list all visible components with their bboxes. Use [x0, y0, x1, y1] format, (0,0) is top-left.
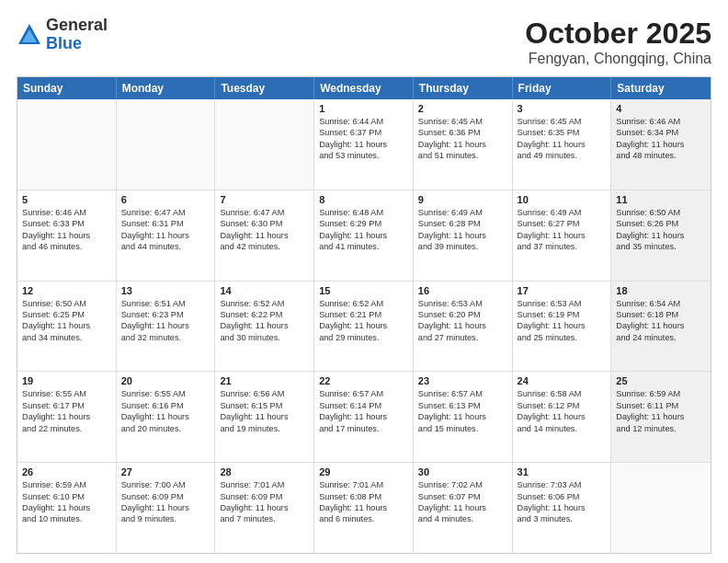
- day-number: 20: [121, 375, 210, 386]
- day-info: Sunrise: 6:58 AMSunset: 6:12 PMDaylight:…: [518, 388, 607, 434]
- logo: General Blue: [17, 17, 108, 53]
- calendar-row: 5Sunrise: 6:46 AMSunset: 6:33 PMDaylight…: [17, 190, 711, 282]
- day-number: 18: [616, 285, 706, 296]
- day-info: Sunrise: 6:55 AMSunset: 6:16 PMDaylight:…: [121, 388, 210, 434]
- calendar-cell: 23Sunrise: 6:57 AMSunset: 6:13 PMDayligh…: [414, 372, 513, 462]
- month-title: October 2025: [525, 17, 711, 51]
- calendar-cell: 22Sunrise: 6:57 AMSunset: 6:14 PMDayligh…: [314, 372, 414, 462]
- calendar-cell: [611, 463, 711, 553]
- day-info: Sunrise: 7:01 AMSunset: 6:09 PMDaylight:…: [220, 479, 309, 525]
- page: General Blue October 2025 Fengyan, Chong…: [0, 0, 728, 563]
- day-info: Sunrise: 6:47 AMSunset: 6:31 PMDaylight:…: [121, 207, 210, 253]
- calendar-cell: 11Sunrise: 6:50 AMSunset: 6:26 PMDayligh…: [611, 190, 711, 281]
- day-info: Sunrise: 6:50 AMSunset: 6:25 PMDaylight:…: [22, 298, 111, 344]
- day-info: Sunrise: 6:52 AMSunset: 6:22 PMDaylight:…: [220, 298, 309, 344]
- day-number: 2: [418, 103, 507, 114]
- day-info: Sunrise: 7:03 AMSunset: 6:06 PMDaylight:…: [518, 479, 607, 525]
- day-number: 4: [616, 103, 706, 114]
- day-info: Sunrise: 6:54 AMSunset: 6:18 PMDaylight:…: [616, 298, 706, 344]
- weekday-header: Tuesday: [215, 77, 314, 99]
- calendar-cell: [117, 99, 216, 190]
- logo-general: General: [46, 17, 108, 35]
- header: General Blue October 2025 Fengyan, Chong…: [17, 17, 711, 67]
- day-info: Sunrise: 6:59 AMSunset: 6:10 PMDaylight:…: [22, 479, 111, 525]
- calendar-cell: 28Sunrise: 7:01 AMSunset: 6:09 PMDayligh…: [215, 463, 314, 553]
- calendar-cell: 19Sunrise: 6:55 AMSunset: 6:17 PMDayligh…: [17, 372, 117, 462]
- day-number: 28: [220, 466, 309, 477]
- day-info: Sunrise: 6:49 AMSunset: 6:27 PMDaylight:…: [518, 207, 607, 253]
- calendar-cell: 29Sunrise: 7:01 AMSunset: 6:08 PMDayligh…: [314, 463, 414, 553]
- day-info: Sunrise: 6:46 AMSunset: 6:34 PMDaylight:…: [616, 116, 706, 162]
- day-info: Sunrise: 6:50 AMSunset: 6:26 PMDaylight:…: [616, 207, 706, 253]
- day-number: 29: [319, 466, 408, 477]
- logo-icon: [17, 22, 42, 48]
- calendar-cell: 31Sunrise: 7:03 AMSunset: 6:06 PMDayligh…: [513, 463, 612, 553]
- day-number: 21: [220, 375, 309, 386]
- calendar-cell: 7Sunrise: 6:47 AMSunset: 6:30 PMDaylight…: [215, 190, 314, 281]
- day-info: Sunrise: 6:45 AMSunset: 6:35 PMDaylight:…: [518, 116, 607, 162]
- day-info: Sunrise: 6:45 AMSunset: 6:36 PMDaylight:…: [418, 116, 507, 162]
- weekday-header: Friday: [513, 77, 612, 99]
- day-info: Sunrise: 6:53 AMSunset: 6:20 PMDaylight:…: [418, 298, 507, 344]
- day-info: Sunrise: 6:56 AMSunset: 6:15 PMDaylight:…: [220, 388, 309, 434]
- day-info: Sunrise: 7:02 AMSunset: 6:07 PMDaylight:…: [418, 479, 507, 525]
- calendar-cell: 26Sunrise: 6:59 AMSunset: 6:10 PMDayligh…: [17, 463, 117, 553]
- day-number: 3: [518, 103, 607, 114]
- calendar-cell: 2Sunrise: 6:45 AMSunset: 6:36 PMDaylight…: [414, 99, 513, 190]
- day-number: 14: [220, 285, 309, 296]
- calendar-cell: 30Sunrise: 7:02 AMSunset: 6:07 PMDayligh…: [414, 463, 513, 553]
- calendar-cell: 10Sunrise: 6:49 AMSunset: 6:27 PMDayligh…: [513, 190, 612, 281]
- calendar-cell: 15Sunrise: 6:52 AMSunset: 6:21 PMDayligh…: [314, 282, 414, 372]
- calendar-row: 19Sunrise: 6:55 AMSunset: 6:17 PMDayligh…: [17, 372, 711, 463]
- calendar-cell: [215, 99, 314, 190]
- calendar-cell: 20Sunrise: 6:55 AMSunset: 6:16 PMDayligh…: [117, 372, 216, 462]
- calendar-cell: 27Sunrise: 7:00 AMSunset: 6:09 PMDayligh…: [117, 463, 216, 553]
- calendar-header: SundayMondayTuesdayWednesdayThursdayFrid…: [17, 77, 711, 99]
- day-info: Sunrise: 6:49 AMSunset: 6:28 PMDaylight:…: [418, 207, 507, 253]
- title-block: October 2025 Fengyan, Chongqing, China: [525, 17, 711, 67]
- calendar-row: 26Sunrise: 6:59 AMSunset: 6:10 PMDayligh…: [17, 463, 711, 553]
- calendar-cell: 13Sunrise: 6:51 AMSunset: 6:23 PMDayligh…: [117, 282, 216, 372]
- day-number: 19: [22, 375, 111, 386]
- calendar-cell: 1Sunrise: 6:44 AMSunset: 6:37 PMDaylight…: [314, 99, 414, 190]
- calendar-cell: 3Sunrise: 6:45 AMSunset: 6:35 PMDaylight…: [513, 99, 612, 190]
- calendar-row: 1Sunrise: 6:44 AMSunset: 6:37 PMDaylight…: [17, 99, 711, 190]
- logo-text: General Blue: [46, 17, 108, 53]
- weekday-header: Sunday: [17, 77, 117, 99]
- day-number: 23: [418, 375, 507, 386]
- calendar-row: 12Sunrise: 6:50 AMSunset: 6:25 PMDayligh…: [17, 282, 711, 373]
- calendar-cell: 25Sunrise: 6:59 AMSunset: 6:11 PMDayligh…: [611, 372, 711, 462]
- day-number: 13: [121, 285, 210, 296]
- calendar-cell: 5Sunrise: 6:46 AMSunset: 6:33 PMDaylight…: [17, 190, 117, 281]
- day-info: Sunrise: 6:48 AMSunset: 6:29 PMDaylight:…: [319, 207, 408, 253]
- day-info: Sunrise: 7:01 AMSunset: 6:08 PMDaylight:…: [319, 479, 408, 525]
- day-number: 7: [220, 194, 309, 205]
- calendar-cell: 6Sunrise: 6:47 AMSunset: 6:31 PMDaylight…: [117, 190, 216, 281]
- day-number: 5: [22, 194, 111, 205]
- calendar-body: 1Sunrise: 6:44 AMSunset: 6:37 PMDaylight…: [17, 99, 711, 553]
- calendar-cell: 14Sunrise: 6:52 AMSunset: 6:22 PMDayligh…: [215, 282, 314, 372]
- day-number: 30: [418, 466, 507, 477]
- day-number: 8: [319, 194, 408, 205]
- weekday-header: Monday: [117, 77, 216, 99]
- weekday-header: Thursday: [414, 77, 513, 99]
- day-info: Sunrise: 6:46 AMSunset: 6:33 PMDaylight:…: [22, 207, 111, 253]
- calendar-cell: 16Sunrise: 6:53 AMSunset: 6:20 PMDayligh…: [414, 282, 513, 372]
- day-number: 25: [616, 375, 706, 386]
- day-number: 1: [319, 103, 408, 114]
- day-number: 9: [418, 194, 507, 205]
- day-number: 17: [518, 285, 607, 296]
- day-number: 22: [319, 375, 408, 386]
- calendar-cell: 8Sunrise: 6:48 AMSunset: 6:29 PMDaylight…: [314, 190, 414, 281]
- day-number: 27: [121, 466, 210, 477]
- calendar-cell: 9Sunrise: 6:49 AMSunset: 6:28 PMDaylight…: [414, 190, 513, 281]
- calendar-cell: 24Sunrise: 6:58 AMSunset: 6:12 PMDayligh…: [513, 372, 612, 462]
- calendar-cell: 12Sunrise: 6:50 AMSunset: 6:25 PMDayligh…: [17, 282, 117, 372]
- day-info: Sunrise: 7:00 AMSunset: 6:09 PMDaylight:…: [121, 479, 210, 525]
- calendar-cell: 17Sunrise: 6:53 AMSunset: 6:19 PMDayligh…: [513, 282, 612, 372]
- calendar-cell: 18Sunrise: 6:54 AMSunset: 6:18 PMDayligh…: [611, 282, 711, 372]
- day-info: Sunrise: 6:59 AMSunset: 6:11 PMDaylight:…: [616, 388, 706, 434]
- weekday-header: Saturday: [611, 77, 711, 99]
- logo-blue: Blue: [46, 35, 108, 53]
- weekday-header: Wednesday: [314, 77, 414, 99]
